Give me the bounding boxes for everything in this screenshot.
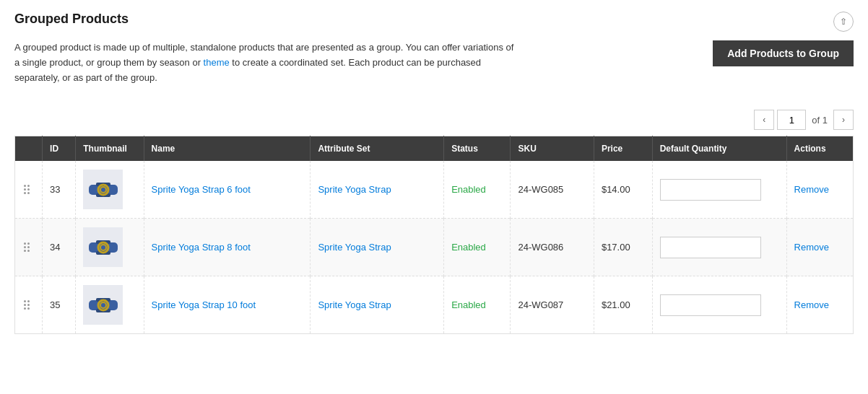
next-page-button[interactable]: › xyxy=(833,110,854,130)
product-name-cell: Sprite Yoga Strap 8 foot xyxy=(144,219,311,276)
attribute-set-link[interactable]: Sprite Yoga Strap xyxy=(318,242,391,253)
product-status: Enabled xyxy=(444,161,511,219)
product-sku: 24-WG086 xyxy=(511,219,594,276)
prev-page-button[interactable]: ‹ xyxy=(754,110,774,130)
product-name-cell: Sprite Yoga Strap 6 foot xyxy=(144,161,311,219)
default-quantity-input[interactable] xyxy=(660,179,761,201)
status-badge: Enabled xyxy=(451,184,486,195)
status-badge: Enabled xyxy=(451,299,486,310)
strap-icon xyxy=(85,229,121,266)
pagination-row: ‹ of 1 › xyxy=(14,110,854,130)
product-price: $21.00 xyxy=(594,276,652,334)
product-thumbnail-cell xyxy=(76,276,144,334)
product-thumbnail xyxy=(83,285,123,325)
table-row: 33 Sprite Yoga Strap 6 footSprite Yoga S… xyxy=(15,161,854,219)
drag-handle-cell xyxy=(15,276,43,334)
product-status: Enabled xyxy=(444,276,511,334)
default-quantity-input[interactable] xyxy=(660,294,761,316)
col-actions-header: Actions xyxy=(786,136,853,162)
col-drag-header xyxy=(15,136,43,162)
default-quantity-cell xyxy=(652,219,786,276)
attribute-set-cell: Sprite Yoga Strap xyxy=(311,276,444,334)
product-id: 33 xyxy=(43,161,76,219)
col-price-header: Price xyxy=(594,136,652,162)
section-header: Grouped Products ⇧ xyxy=(14,12,854,32)
col-thumbnail-header: Thumbnail xyxy=(76,136,144,162)
col-status-header: Status xyxy=(444,136,511,162)
strap-icon xyxy=(85,287,121,323)
col-id-header: ID xyxy=(43,136,76,162)
table-row: 35 Sprite Yoga Strap 10 footSprite Yoga … xyxy=(15,276,854,334)
section-description: A grouped product is made up of multiple… xyxy=(14,40,520,85)
product-thumbnail xyxy=(83,170,123,209)
drag-handle-cell xyxy=(15,219,43,276)
default-quantity-cell xyxy=(652,161,786,219)
col-name-header: Name xyxy=(144,136,311,162)
page-number-input[interactable] xyxy=(777,110,806,130)
product-name-link[interactable]: Sprite Yoga Strap 10 foot xyxy=(152,299,256,310)
product-price: $14.00 xyxy=(594,161,652,219)
product-sku: 24-WG085 xyxy=(511,161,594,219)
product-price: $17.00 xyxy=(594,219,652,276)
product-name-cell: Sprite Yoga Strap 10 foot xyxy=(144,276,311,334)
attribute-set-cell: Sprite Yoga Strap xyxy=(311,161,444,219)
actions-cell: Remove xyxy=(786,276,853,334)
actions-cell: Remove xyxy=(786,219,853,276)
attribute-set-link[interactable]: Sprite Yoga Strap xyxy=(318,299,391,310)
product-thumbnail xyxy=(83,227,123,267)
theme-link[interactable]: theme xyxy=(204,57,230,68)
col-attrset-header: Attribute Set xyxy=(311,136,444,162)
product-thumbnail-cell xyxy=(76,219,144,276)
strap-icon xyxy=(85,172,121,208)
table-row: 34 Sprite Yoga Strap 8 footSprite Yoga S… xyxy=(15,219,854,276)
drag-handle[interactable] xyxy=(22,183,35,196)
top-actions: Add Products to Group xyxy=(713,40,854,66)
remove-link[interactable]: Remove xyxy=(794,299,829,310)
product-id: 34 xyxy=(43,219,76,276)
product-id: 35 xyxy=(43,276,76,334)
product-sku: 24-WG087 xyxy=(511,276,594,334)
col-sku-header: SKU xyxy=(511,136,594,162)
attribute-set-link[interactable]: Sprite Yoga Strap xyxy=(318,184,391,195)
section-title: Grouped Products xyxy=(14,12,129,27)
default-quantity-input[interactable] xyxy=(660,237,761,258)
drag-handle[interactable] xyxy=(22,241,35,253)
drag-handle[interactable] xyxy=(22,299,35,311)
collapse-button[interactable]: ⇧ xyxy=(833,12,854,32)
product-name-link[interactable]: Sprite Yoga Strap 8 foot xyxy=(152,242,251,253)
add-products-button[interactable]: Add Products to Group xyxy=(713,40,854,66)
page-of-label: of 1 xyxy=(809,115,830,126)
table-header-row: ID Thumbnail Name Attribute Set Status S… xyxy=(15,136,854,162)
products-table: ID Thumbnail Name Attribute Set Status S… xyxy=(14,136,854,334)
remove-link[interactable]: Remove xyxy=(794,184,829,195)
product-name-link[interactable]: Sprite Yoga Strap 6 foot xyxy=(152,184,251,195)
actions-cell: Remove xyxy=(786,161,853,219)
col-qty-header: Default Quantity xyxy=(652,136,786,162)
drag-handle-cell xyxy=(15,161,43,219)
product-status: Enabled xyxy=(444,219,511,276)
attribute-set-cell: Sprite Yoga Strap xyxy=(311,219,444,276)
product-thumbnail-cell xyxy=(76,161,144,219)
remove-link[interactable]: Remove xyxy=(794,242,829,253)
grouped-products-section: Grouped Products ⇧ A grouped product is … xyxy=(0,0,868,346)
status-badge: Enabled xyxy=(451,242,486,253)
default-quantity-cell xyxy=(652,276,786,334)
